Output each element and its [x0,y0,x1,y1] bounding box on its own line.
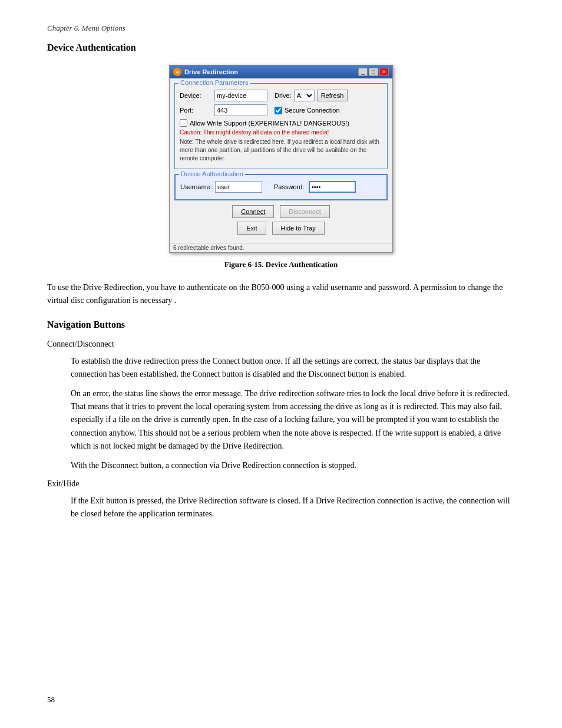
connect-button[interactable]: Connect [232,205,274,218]
page-number: 58 [47,695,55,704]
section1-title: Device Authentication [47,42,515,53]
drive-select[interactable]: A: [294,90,315,101]
body-paragraph: To use the Drive Redirection, you have t… [47,281,515,308]
exit-para: If the Exit button is pressed, the Drive… [71,495,515,521]
username-label: Username: [180,183,213,190]
username-input[interactable] [215,181,262,193]
dialog-title: Drive Redirection [184,68,238,75]
port-input[interactable] [214,104,267,116]
note-text: Note: The whole drive is redirected here… [180,138,382,163]
drive-label: Drive: [275,92,292,99]
secure-checkbox[interactable] [275,107,282,114]
close-button[interactable]: ✕ [379,68,389,76]
drive-redirection-dialog: ● Drive Redirection _ □ ✕ Connection Par… [169,65,393,253]
password-label: Password: [274,183,306,190]
allow-write-label: Allow Write Support (EXPERIMENTAL! DANGE… [190,120,349,127]
device-label: Device: [180,92,212,99]
chapter-header: Chapter 6. Menu Options [47,24,125,32]
port-label: Port: [180,107,212,114]
figure-caption: Figure 6-15. Device Authentication [47,260,515,269]
allow-write-checkbox[interactable] [180,119,187,127]
dialog-app-icon: ● [173,68,181,76]
device-auth-label: Device Authentication [179,170,245,177]
device-auth-group: Device Authentication Username: Password… [174,174,388,200]
caution-text: Caution: This might destroy all data on … [180,129,382,136]
device-input[interactable] [214,90,267,101]
refresh-button[interactable]: Refresh [317,90,348,101]
disconnect-button[interactable]: Disconnect [280,205,329,218]
connect-para1: To establish the drive redirection press… [71,355,515,381]
connect-para3: With the Disconnect button, a connection… [71,459,515,472]
dialog-titlebar: ● Drive Redirection _ □ ✕ [170,65,392,78]
maximize-button[interactable]: □ [369,68,378,76]
status-bar: 6 redirectable drives found. [170,243,392,252]
exit-title: Exit/Hide [47,479,515,489]
password-input[interactable] [309,181,356,193]
connect-para2: On an error, the status line shows the e… [71,387,515,453]
connection-params-group: Connection Parameters Device: Drive: A: … [174,83,388,169]
secure-label: Secure Connection [285,107,340,114]
connection-params-label: Connection Parameters [178,79,250,86]
minimize-button[interactable]: _ [358,68,368,76]
section2-title: Navigation Buttons [47,319,515,330]
hide-to-tray-button[interactable]: Hide to Tray [272,222,325,235]
connect-title: Connect/Disconnect [47,340,515,349]
exit-button[interactable]: Exit [237,222,266,235]
